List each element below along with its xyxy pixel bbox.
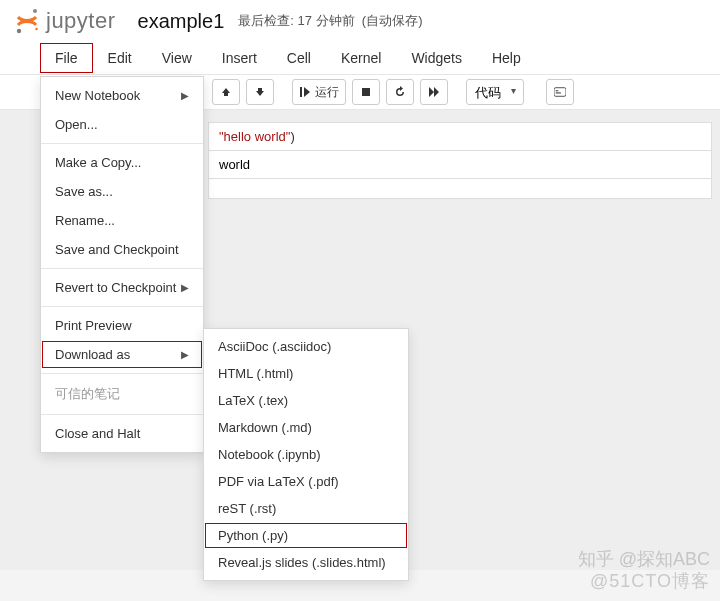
menu-file[interactable]: File (40, 43, 93, 73)
menu-insert[interactable]: Insert (207, 43, 272, 73)
svg-point-1 (17, 29, 21, 33)
menu-edit[interactable]: Edit (93, 43, 147, 73)
download-as-item[interactable]: Markdown (.md) (204, 414, 408, 441)
file-menu-item[interactable]: Open... (41, 110, 203, 139)
notebook-name[interactable]: example1 (138, 10, 225, 33)
notebook-header: jupyter example1 最后检查: 17 分钟前 (自动保存) (0, 0, 720, 40)
download-as-item[interactable]: AsciiDoc (.asciidoc) (204, 333, 408, 360)
menu-widgets[interactable]: Widgets (396, 43, 477, 73)
download-as-item[interactable]: Reveal.js slides (.slides.html) (204, 549, 408, 576)
file-menu-item[interactable]: Revert to Checkpoint▶ (41, 273, 203, 302)
cell-output: world (208, 151, 712, 179)
interrupt-button[interactable] (352, 79, 380, 105)
svg-rect-5 (554, 88, 566, 97)
chevron-right-icon: ▶ (181, 282, 189, 293)
run-button[interactable]: 运行 (292, 79, 346, 105)
move-up-button[interactable] (212, 79, 240, 105)
svg-rect-4 (362, 88, 370, 96)
code-cell[interactable]: "hello world") (208, 122, 712, 151)
file-menu-item[interactable]: Close and Halt (41, 419, 203, 448)
file-menu-item[interactable]: Rename... (41, 206, 203, 235)
file-menu-item[interactable]: Make a Copy... (41, 148, 203, 177)
move-down-button[interactable] (246, 79, 274, 105)
command-palette-button[interactable] (546, 79, 574, 105)
svg-point-2 (35, 28, 38, 31)
file-menu-item[interactable]: 可信的笔记 (41, 378, 203, 410)
svg-rect-7 (556, 92, 561, 93)
menu-view[interactable]: View (147, 43, 207, 73)
download-as-item[interactable]: HTML (.html) (204, 360, 408, 387)
svg-rect-3 (300, 87, 302, 97)
chevron-right-icon: ▶ (181, 90, 189, 101)
menu-cell[interactable]: Cell (272, 43, 326, 73)
download-as-item[interactable]: PDF via LaTeX (.pdf) (204, 468, 408, 495)
svg-rect-6 (556, 90, 559, 91)
watermark-51cto: @51CTO博客 (590, 569, 710, 593)
file-menu-item[interactable]: Save and Checkpoint (41, 235, 203, 264)
file-menu-item[interactable]: Print Preview (41, 311, 203, 340)
jupyter-logo[interactable]: jupyter (14, 8, 116, 34)
download-as-item[interactable]: Python (.py) (204, 522, 408, 549)
run-label: 运行 (315, 84, 339, 101)
file-menu-item[interactable]: Download as▶ (41, 340, 203, 369)
menu-kernel[interactable]: Kernel (326, 43, 396, 73)
download-as-item[interactable]: LaTeX (.tex) (204, 387, 408, 414)
empty-cell[interactable] (208, 179, 712, 199)
file-menu-dropdown: New Notebook▶Open...Make a Copy...Save a… (40, 76, 204, 453)
jupyter-wordmark: jupyter (46, 8, 116, 34)
cell-type-select[interactable]: 代码 (466, 79, 524, 105)
last-checkpoint: 最后检查: 17 分钟前 (自动保存) (238, 12, 422, 30)
download-as-item[interactable]: Notebook (.ipynb) (204, 441, 408, 468)
file-menu-item[interactable]: New Notebook▶ (41, 81, 203, 110)
svg-point-0 (33, 9, 37, 13)
jupyter-icon (14, 8, 40, 34)
restart-button[interactable] (386, 79, 414, 105)
restart-run-all-button[interactable] (420, 79, 448, 105)
download-as-submenu: AsciiDoc (.asciidoc)HTML (.html)LaTeX (.… (203, 328, 409, 581)
menubar: File Edit View Insert Cell Kernel Widget… (0, 40, 720, 74)
menu-help[interactable]: Help (477, 43, 536, 73)
file-menu-item[interactable]: Save as... (41, 177, 203, 206)
chevron-right-icon: ▶ (181, 349, 189, 360)
download-as-item[interactable]: reST (.rst) (204, 495, 408, 522)
